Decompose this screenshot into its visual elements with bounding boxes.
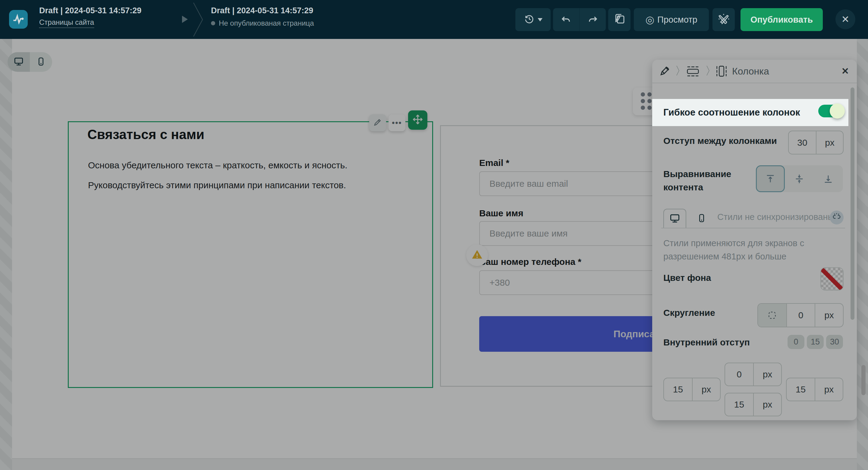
history-icon <box>524 13 535 26</box>
padding-preset-30[interactable]: 30 <box>826 335 843 349</box>
padding-bottom-cell[interactable] <box>725 393 753 416</box>
align-label-line1: Выравнивание <box>663 169 731 179</box>
panel-scrollbar[interactable] <box>850 87 855 320</box>
status-dot-icon <box>211 21 215 25</box>
redo-button[interactable] <box>580 14 606 25</box>
padding-presets: 0 15 30 <box>787 335 843 349</box>
bg-color-label: Цвет фона <box>663 273 711 283</box>
preview-button[interactable]: ◎ Просмотр <box>634 8 709 31</box>
padding-left-cell[interactable] <box>664 378 692 401</box>
padding-bottom-unit: px <box>753 393 781 416</box>
radius-unit: px <box>815 304 843 327</box>
tab-mobile-styles[interactable] <box>692 209 711 228</box>
selected-column[interactable]: Связаться с нами Основа убедительного те… <box>68 121 433 388</box>
sync-status-text: Стили не синхронизированы <box>717 212 834 222</box>
mobile-icon <box>36 57 46 67</box>
site-pages-link[interactable]: Страницы сайта <box>39 18 94 28</box>
undo-redo-group <box>553 8 606 31</box>
preview-icon: ◎ <box>645 14 654 25</box>
tab-desktop-styles[interactable] <box>663 209 686 228</box>
warning-icon <box>471 248 483 262</box>
device-toggle[interactable] <box>7 52 52 72</box>
canvas-scrollbar[interactable] <box>861 365 866 395</box>
separator-chevron <box>193 2 204 37</box>
radius-input[interactable] <box>787 304 815 327</box>
brush-page-icon <box>613 13 625 26</box>
panel-close-button[interactable]: ✕ <box>841 66 849 76</box>
toggle-knob <box>830 104 845 119</box>
radius-control: px <box>757 303 844 327</box>
gap-input-cell[interactable] <box>789 131 816 154</box>
gap-input[interactable] <box>789 131 816 154</box>
phone-label: Ваш номер телефона * <box>479 257 581 267</box>
more-options-button[interactable]: ••• <box>389 114 405 131</box>
column-breadcrumb-icon[interactable] <box>715 64 728 78</box>
design-tools-icon[interactable] <box>658 65 671 77</box>
mobile-view-button[interactable] <box>30 52 52 72</box>
undo-button[interactable] <box>553 14 579 25</box>
page-bottom-section <box>12 458 857 470</box>
warning-badge[interactable] <box>466 244 488 266</box>
editor-close-button[interactable]: ✕ <box>835 9 855 29</box>
column-paragraph-2[interactable]: Руководствуйтесь этими принципами при на… <box>88 180 346 190</box>
breadcrumb-chevron-icon <box>706 64 710 78</box>
tabs-divider <box>661 228 845 228</box>
page-status-text: Не опубликованая страница <box>219 19 314 27</box>
publish-button-label: Опубликовать <box>750 15 813 25</box>
padding-label: Внутренний отступ <box>663 337 750 348</box>
padding-top-control: px <box>724 362 782 386</box>
padding-right-unit: px <box>815 378 843 401</box>
broken-link-icon <box>832 212 841 223</box>
padding-preset-15[interactable]: 15 <box>807 335 824 349</box>
radius-input-cell[interactable] <box>786 304 815 327</box>
gap-label: Отступ между колонками <box>663 136 777 146</box>
radius-label: Скругление <box>663 308 715 318</box>
edit-button[interactable] <box>369 114 386 131</box>
drag-dots-icon <box>641 92 652 110</box>
padding-top-input[interactable] <box>725 363 753 385</box>
align-label-line2: контента <box>663 182 703 193</box>
padding-right-cell[interactable] <box>786 378 815 401</box>
gap-unit: px <box>816 131 843 154</box>
bg-color-swatch[interactable] <box>820 267 844 291</box>
page-status: Не опубликованая страница <box>211 19 314 27</box>
email-label: Email * <box>479 158 509 168</box>
link-corners-button[interactable] <box>758 304 786 327</box>
history-button[interactable] <box>516 8 551 31</box>
magic-edit-button[interactable] <box>712 8 735 31</box>
padding-bottom-control: px <box>724 393 782 416</box>
align-center-button[interactable] <box>785 165 814 192</box>
column-heading[interactable]: Связаться с нами <box>87 127 204 142</box>
draft-title: Draft | 2024-05-31 14:57:29 <box>39 6 141 16</box>
padding-right-input[interactable] <box>786 378 815 401</box>
move-button[interactable] <box>408 110 427 130</box>
redo-icon <box>587 14 598 25</box>
editor-screen: Связаться с нами Основа убедительного те… <box>0 0 868 470</box>
flex-ratio-toggle[interactable] <box>818 105 843 117</box>
padding-left-control: px <box>663 378 721 401</box>
crossed-pencils-icon <box>718 13 730 26</box>
padding-left-unit: px <box>692 378 720 401</box>
padding-top-unit: px <box>753 363 781 385</box>
section-breadcrumb-icon[interactable] <box>685 65 701 77</box>
page-title: Draft | 2024-05-31 14:57:29 <box>211 6 313 16</box>
pencil-icon <box>373 118 382 128</box>
padding-top-cell[interactable] <box>725 363 753 385</box>
padding-preset-0[interactable]: 0 <box>787 335 804 349</box>
layouts-button[interactable] <box>608 8 630 31</box>
desktop-view-button[interactable] <box>7 52 30 72</box>
padding-left-input[interactable] <box>664 378 692 401</box>
sync-styles-button[interactable] <box>830 211 844 225</box>
name-label: Ваше имя <box>479 208 524 218</box>
align-top-button[interactable] <box>756 165 785 192</box>
column-paragraph-1[interactable]: Основа убедительного текста – краткость,… <box>88 160 347 171</box>
collapse-arrow-icon[interactable] <box>182 16 188 23</box>
close-icon: ✕ <box>841 13 849 25</box>
mobile-icon <box>697 213 707 224</box>
content-align-control <box>756 165 843 192</box>
padding-bottom-input[interactable] <box>725 393 753 416</box>
publish-button[interactable]: Опубликовать <box>741 8 823 31</box>
styles-note-line2: разрешением 481px и больше <box>663 252 786 262</box>
align-bottom-button[interactable] <box>814 165 843 192</box>
app-logo[interactable] <box>9 10 28 29</box>
